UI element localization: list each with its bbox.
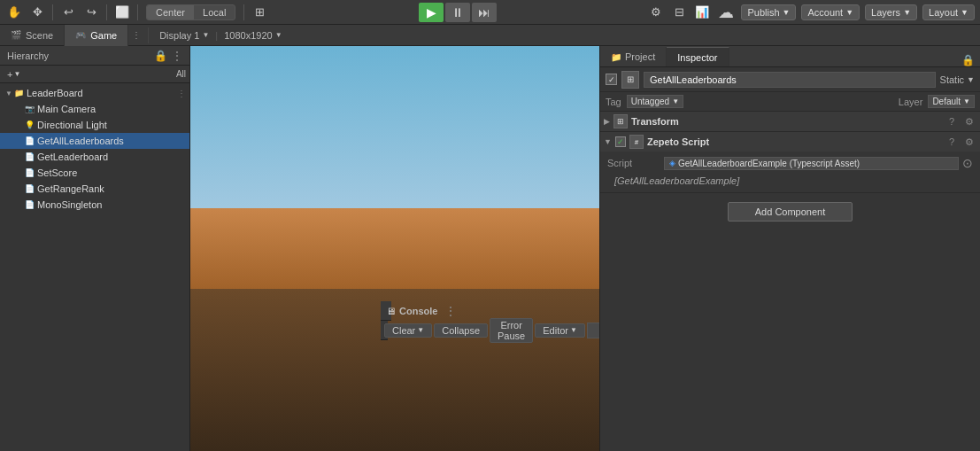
step-button[interactable]: ⏭ — [472, 3, 497, 22]
transform-component: ▶ ⊞ Transform ? ⚙ — [600, 112, 980, 132]
display-selector[interactable]: Display 1 ▼ | 1080x1920 ▼ — [152, 30, 289, 41]
layer-select[interactable]: Default ▼ — [928, 95, 975, 108]
inspector-tabs: 📁 Project Inspector 🔒 — [600, 46, 980, 67]
hierarchy-title: Hierarchy — [7, 51, 150, 61]
script-prop-value[interactable]: ◈ GetAllLeaderboardExample (Typescript A… — [664, 157, 959, 170]
account-dropdown[interactable]: Account ▼ — [801, 4, 860, 20]
game-tab[interactable]: 🎮 Game — [65, 25, 128, 46]
console-search-input[interactable] — [587, 323, 599, 338]
script-dots-button[interactable]: ⊙ — [962, 156, 973, 170]
leaderboard-obj-icon: 📁 — [14, 89, 24, 97]
inspector-content: ✓ ⊞ Static ▼ Tag Untagged ▼ Layer Defaul… — [600, 67, 980, 451]
tree-item-get-all-leaderboards[interactable]: 📄 GetAllLeaderboards — [0, 133, 189, 149]
zepeto-script-header[interactable]: ▼ ✓ # Zepeto Script ? ⚙ — [600, 132, 980, 152]
console-header: 🖥 Console ⋮ — [381, 301, 391, 321]
add-component-button[interactable]: Add Component — [728, 202, 853, 222]
tree-item-set-score[interactable]: 📄 SetScore — [0, 165, 189, 181]
inspector-tab[interactable]: Inspector — [667, 47, 729, 66]
transform-component-header[interactable]: ▶ ⊞ Transform ? ⚙ — [600, 112, 980, 131]
tab-separator — [148, 27, 149, 43]
zepeto-help-button[interactable]: ? — [945, 135, 959, 149]
center-local-toggle[interactable]: Center Local — [146, 4, 235, 20]
static-toggle[interactable]: Static ▼ — [940, 74, 975, 85]
mono-singleton-label: MonoSingleton — [37, 199, 102, 210]
main-camera-label: Main Camera — [37, 104, 96, 114]
zepeto-script-arrow-icon: ▼ — [604, 137, 612, 146]
grid-button[interactable]: ⊞ — [249, 3, 270, 22]
pause-button[interactable]: ⏸ — [445, 3, 470, 22]
hierarchy-menu-icon[interactable]: ⋮ — [172, 50, 182, 62]
hierarchy-add-button[interactable]: + ▼ — [4, 68, 24, 81]
tag-select[interactable]: Untagged ▼ — [627, 95, 683, 108]
error-pause-button[interactable]: Error Pause — [490, 318, 533, 343]
zepeto-script-icon: # — [629, 135, 644, 149]
local-option[interactable]: Local — [194, 5, 235, 19]
object-name-input[interactable] — [644, 72, 936, 88]
tree-item-mono-singleton[interactable]: 📄 MonoSingleton — [0, 197, 189, 213]
inspector-tab-label: Inspector — [677, 52, 717, 63]
center-option[interactable]: Center — [147, 5, 194, 19]
analytics-button[interactable]: 📊 — [691, 3, 713, 22]
publish-label: Publish — [747, 7, 779, 18]
tree-item-directional-light[interactable]: 💡 Directional Light — [0, 117, 189, 133]
leaderboard-label: LeaderBoard — [27, 88, 83, 98]
redo-button[interactable]: ↪ — [81, 3, 102, 22]
hand-tool-button[interactable]: ✋ — [4, 3, 25, 22]
services-button[interactable]: ⊟ — [668, 3, 690, 22]
transform-icon: ⊞ — [613, 114, 628, 128]
hierarchy-lock-icon[interactable]: 🔒 — [154, 50, 167, 62]
hierarchy-add-icon: + — [7, 69, 12, 80]
object-active-checkbox[interactable]: ✓ — [606, 74, 617, 85]
layers-dropdown[interactable]: Layers ▼ — [865, 4, 917, 20]
tag-label: Tag — [606, 97, 621, 107]
zepeto-script-checkbox[interactable]: ✓ — [615, 136, 626, 147]
editor-label: Editor — [543, 325, 568, 336]
directional-light-obj-icon: 💡 — [25, 121, 35, 129]
tree-item-leaderboard[interactable]: ▼ 📁 LeaderBoard ⋮ — [0, 85, 189, 101]
mono-singleton-obj-icon: 📄 — [25, 200, 35, 209]
script-asset-name: GetAllLeaderboardExample (Typescript Ass… — [678, 159, 860, 168]
tree-item-get-range-rank[interactable]: 📄 GetRangeRank — [0, 181, 189, 197]
scene-tab-icon: 🎬 — [11, 30, 21, 40]
scene-game-tabs: 🎬 Scene 🎮 Game ⋮ Display 1 ▼ | 1080x1920… — [0, 25, 980, 46]
game-tab-icon: 🎮 — [75, 30, 86, 40]
tree-item-main-camera[interactable]: 📷 Main Camera — [0, 101, 189, 117]
transform-settings-button[interactable]: ⚙ — [962, 114, 976, 128]
add-component-label: Add Component — [755, 206, 826, 217]
leaderboard-menu-icon[interactable]: ⋮ — [177, 89, 186, 98]
console-toolbar: Clear ▼ Collapse Error Pause Editor ▼ ℹ … — [381, 321, 388, 340]
account-label: Account — [807, 7, 843, 18]
publish-dropdown[interactable]: Publish ▼ — [741, 4, 796, 20]
clear-button[interactable]: Clear ▼ — [384, 323, 432, 338]
cloud-button[interactable]: ☁ — [714, 3, 737, 22]
get-all-leaderboards-label: GetAllLeaderboards — [37, 136, 124, 146]
settings-button[interactable]: ⚙ — [645, 3, 667, 22]
zepeto-settings-button[interactable]: ⚙ — [962, 135, 976, 149]
console-menu-button[interactable]: ⋮ — [444, 304, 457, 318]
layout-dropdown[interactable]: Layout ▼ — [922, 4, 975, 20]
publish-arrow-icon: ▼ — [783, 8, 791, 17]
move-tool-button[interactable]: ✥ — [27, 3, 48, 22]
static-arrow-icon: ▼ — [967, 75, 975, 84]
script-section-label: [GetAllLeaderboardExample] — [607, 172, 973, 190]
leaderboard-arrow-icon: ▼ — [4, 89, 14, 97]
layer-arrow-icon: ▼ — [963, 97, 970, 105]
get-leaderboard-label: GetLeaderboard — [37, 152, 108, 162]
tree-item-get-leaderboard[interactable]: 📄 GetLeaderboard — [0, 149, 189, 165]
undo-button[interactable]: ↩ — [58, 3, 79, 22]
rect-tool-button[interactable]: ⬜ — [112, 3, 133, 22]
game-view-sky — [190, 46, 599, 208]
play-button[interactable]: ▶ — [419, 3, 444, 22]
layout-arrow-icon: ▼ — [961, 8, 968, 17]
hierarchy-all-label[interactable]: All — [176, 69, 186, 79]
tabs-menu-button[interactable]: ⋮ — [128, 25, 144, 46]
transform-help-button[interactable]: ? — [945, 114, 959, 128]
editor-button[interactable]: Editor ▼ — [535, 323, 585, 338]
collapse-button[interactable]: Collapse — [434, 323, 488, 338]
game-view-panel: 🖥 Console ⋮ Clear ▼ Collapse Error Pause… — [190, 46, 599, 451]
project-tab[interactable]: 📁 Project — [600, 47, 667, 66]
scene-tab[interactable]: 🎬 Scene — [0, 25, 65, 46]
inspector-lock-button[interactable]: 🔒 — [961, 54, 980, 66]
get-range-rank-obj-icon: 📄 — [25, 184, 35, 193]
clear-label: Clear — [392, 325, 415, 336]
